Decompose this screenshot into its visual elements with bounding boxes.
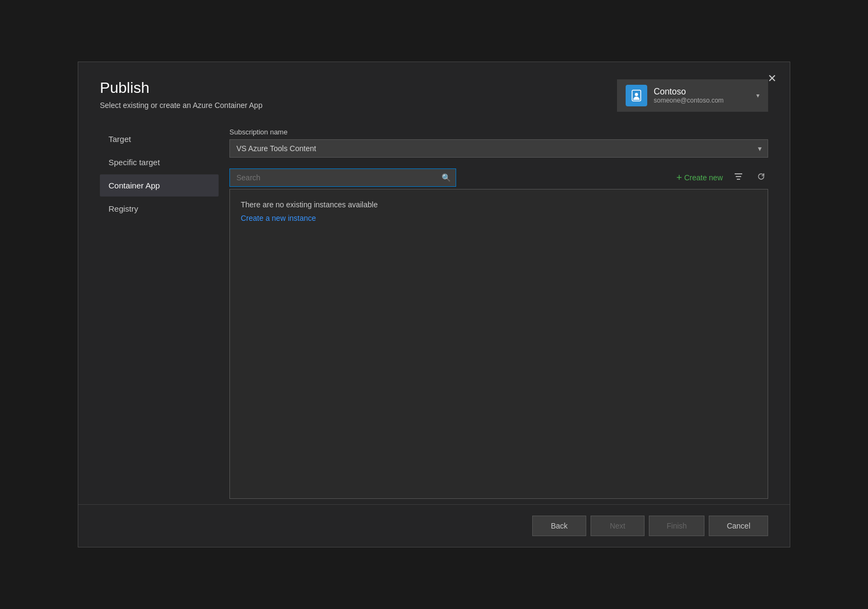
finish-button[interactable]: Finish: [649, 516, 704, 536]
search-input[interactable]: [229, 168, 456, 187]
toolbar-actions: + Create new: [676, 171, 768, 185]
sidebar-item-registry[interactable]: Registry: [100, 198, 219, 220]
chevron-down-icon: ▾: [756, 92, 760, 99]
create-new-button[interactable]: + Create new: [676, 173, 723, 182]
subscription-group: Subscription name VS Azure Tools Content: [229, 128, 768, 158]
content-area: Subscription name VS Azure Tools Content…: [219, 123, 768, 504]
dialog-title: Publish: [100, 79, 262, 97]
dialog-footer: Back Next Finish Cancel: [78, 504, 790, 547]
search-toolbar: 🔍 + Create new: [229, 168, 768, 187]
close-button[interactable]: ✕: [763, 71, 781, 86]
create-instance-link[interactable]: Create a new instance: [241, 214, 316, 222]
svg-rect-4: [737, 179, 740, 180]
svg-rect-3: [736, 176, 741, 177]
subscription-select-wrapper: VS Azure Tools Content: [229, 139, 768, 158]
dialog-title-area: Publish Select existing or create an Azu…: [100, 79, 262, 110]
search-icon: 🔍: [442, 173, 451, 182]
no-instances-message: There are no existing instances availabl…: [241, 200, 757, 209]
refresh-icon: [756, 172, 766, 181]
dialog-subtitle: Select existing or create an Azure Conta…: [100, 101, 262, 110]
dialog-body: Target Specific target Container App Reg…: [78, 123, 790, 504]
sidebar-item-container-app[interactable]: Container App: [100, 174, 219, 197]
sidebar: Target Specific target Container App Reg…: [100, 123, 219, 504]
dialog-header: Publish Select existing or create an Azu…: [78, 62, 790, 123]
subscription-label: Subscription name: [229, 128, 768, 136]
account-email: someone@contoso.com: [654, 97, 750, 104]
publish-dialog: ✕ Publish Select existing or create an A…: [78, 62, 790, 547]
account-area[interactable]: Contoso someone@contoso.com ▾: [617, 79, 768, 112]
filter-icon: [734, 172, 743, 181]
back-button[interactable]: Back: [532, 516, 586, 536]
plus-icon: +: [676, 173, 682, 182]
svg-rect-2: [735, 173, 742, 174]
account-info: Contoso someone@contoso.com: [654, 87, 750, 104]
filter-icon-button[interactable]: [731, 171, 745, 185]
instance-list: There are no existing instances availabl…: [229, 189, 768, 499]
svg-point-1: [635, 93, 638, 96]
cancel-button[interactable]: Cancel: [709, 516, 768, 536]
sidebar-item-target[interactable]: Target: [100, 128, 219, 150]
account-icon: [626, 85, 647, 106]
subscription-select[interactable]: VS Azure Tools Content: [229, 139, 768, 158]
account-name: Contoso: [654, 87, 750, 97]
refresh-icon-button[interactable]: [754, 171, 768, 185]
next-button[interactable]: Next: [591, 516, 645, 536]
search-input-wrapper: 🔍: [229, 168, 456, 187]
sidebar-item-specific-target[interactable]: Specific target: [100, 151, 219, 173]
